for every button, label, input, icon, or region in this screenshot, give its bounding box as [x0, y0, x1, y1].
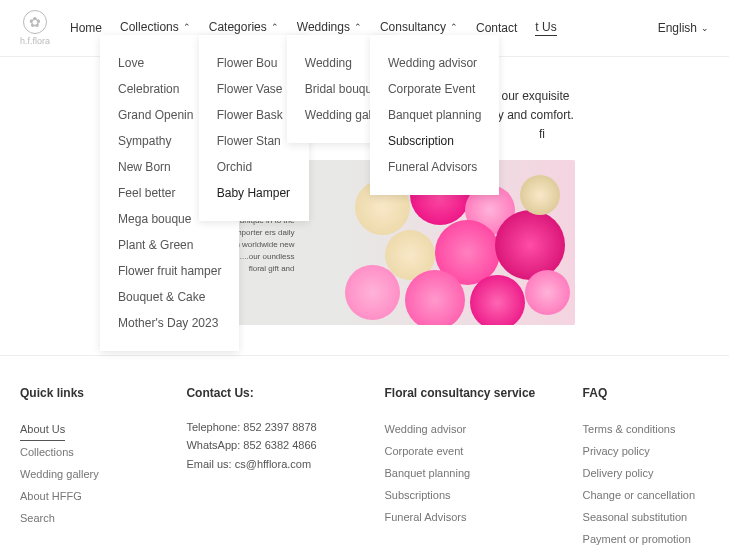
chevron-up-icon: ⌃ — [450, 22, 458, 32]
dd-consultancy-3[interactable]: Subscription — [388, 128, 481, 154]
nav-collections[interactable]: Collections⌃ Love Celebration Grand Open… — [120, 20, 191, 36]
footer-link-subscriptions[interactable]: Subscriptions — [385, 484, 543, 506]
footer-link-wedding-advisor[interactable]: Wedding advisor — [385, 418, 543, 440]
dd-categories-5[interactable]: Baby Hamper — [217, 180, 291, 206]
footer-link-funeral[interactable]: Funeral Advisors — [385, 506, 543, 528]
chevron-up-icon: ⌃ — [183, 22, 191, 32]
chevron-up-icon: ⌃ — [354, 22, 362, 32]
flower-logo-icon: ✿ — [23, 10, 47, 34]
dropdown-consultancy: Wedding advisor Corporate Event Banquet … — [370, 35, 499, 195]
footer-link-seasonal[interactable]: Seasonal substitution — [583, 506, 709, 528]
nav-weddings-label: Weddings — [297, 20, 350, 34]
footer-link-privacy[interactable]: Privacy policy — [583, 440, 709, 462]
nav-consultancy-label: Consultancy — [380, 20, 446, 34]
footer-consultancy-title: Floral consultancy service — [385, 386, 543, 400]
nav-about[interactable]: t Us — [535, 20, 556, 36]
footer-link-delivery[interactable]: Delivery policy — [583, 462, 709, 484]
chevron-down-icon: ⌄ — [701, 23, 709, 33]
footer-link-banquet[interactable]: Banquet planning — [385, 462, 543, 484]
dd-collections-7[interactable]: Plant & Green — [118, 232, 221, 258]
dd-collections-8[interactable]: Flower fruit hamper — [118, 258, 221, 284]
nav-collections-label: Collections — [120, 20, 179, 34]
header: ✿ h.f.flora Home Collections⌃ Love Celeb… — [0, 0, 729, 57]
dd-categories-1[interactable]: Flower Vase — [217, 76, 291, 102]
nav: Home Collections⌃ Love Celebration Grand… — [70, 20, 658, 36]
footer-link-terms[interactable]: Terms & conditions — [583, 418, 709, 440]
footer-quicklinks: Quick links About Us Collections Wedding… — [20, 386, 146, 550]
dd-categories-4[interactable]: Orchid — [217, 154, 291, 180]
language-selector[interactable]: English⌄ — [658, 21, 709, 35]
footer-contact: Contact Us: Telephone: 852 2397 8878 Wha… — [186, 386, 344, 550]
footer-faq-title: FAQ — [583, 386, 709, 400]
contact-whatsapp: WhatsApp: 852 6382 4866 — [186, 436, 344, 455]
dd-consultancy-0[interactable]: Wedding advisor — [388, 50, 481, 76]
dd-categories-2[interactable]: Flower Bask — [217, 102, 291, 128]
dd-categories-3[interactable]: Flower Stan — [217, 128, 291, 154]
footer-link-payment[interactable]: Payment or promotion — [583, 528, 709, 550]
dd-consultancy-1[interactable]: Corporate Event — [388, 76, 481, 102]
dd-categories-0[interactable]: Flower Bou — [217, 50, 291, 76]
footer-link-search[interactable]: Search — [20, 507, 146, 529]
nav-weddings[interactable]: Weddings⌃ Wedding Bridal bouque Wedding … — [297, 20, 362, 36]
contact-email: Email us: cs@hfflora.com — [186, 455, 344, 474]
contact-telephone: Telephone: 852 2397 8878 — [186, 418, 344, 437]
language-label: English — [658, 21, 697, 35]
dd-collections-10[interactable]: Mother's Day 2023 — [118, 310, 221, 336]
nav-contact[interactable]: Contact — [476, 20, 517, 36]
footer-link-wedding-gallery[interactable]: Wedding gallery — [20, 463, 146, 485]
footer-faq: FAQ Terms & conditions Privacy policy De… — [583, 386, 709, 550]
nav-categories[interactable]: Categories⌃ Flower Bou Flower Vase Flowe… — [209, 20, 279, 36]
dd-consultancy-4[interactable]: Funeral Advisors — [388, 154, 481, 180]
nav-home[interactable]: Home — [70, 20, 102, 36]
footer-contact-title: Contact Us: — [186, 386, 344, 400]
footer-quicklinks-title: Quick links — [20, 386, 146, 400]
footer-link-change[interactable]: Change or cancellation — [583, 484, 709, 506]
nav-categories-label: Categories — [209, 20, 267, 34]
nav-consultancy[interactable]: Consultancy⌃ Wedding advisor Corporate E… — [380, 20, 458, 36]
footer: Quick links About Us Collections Wedding… — [0, 355, 729, 556]
dd-consultancy-2[interactable]: Banquet planning — [388, 102, 481, 128]
logo-text: h.f.flora — [20, 36, 50, 46]
footer-link-about[interactable]: About Us — [20, 418, 65, 441]
chevron-up-icon: ⌃ — [271, 22, 279, 32]
footer-link-about-hffg[interactable]: About HFFG — [20, 485, 146, 507]
footer-link-collections[interactable]: Collections — [20, 441, 146, 463]
footer-consultancy: Floral consultancy service Wedding advis… — [385, 386, 543, 550]
footer-link-corporate[interactable]: Corporate event — [385, 440, 543, 462]
logo[interactable]: ✿ h.f.flora — [20, 10, 50, 46]
dd-collections-9[interactable]: Bouquet & Cake — [118, 284, 221, 310]
